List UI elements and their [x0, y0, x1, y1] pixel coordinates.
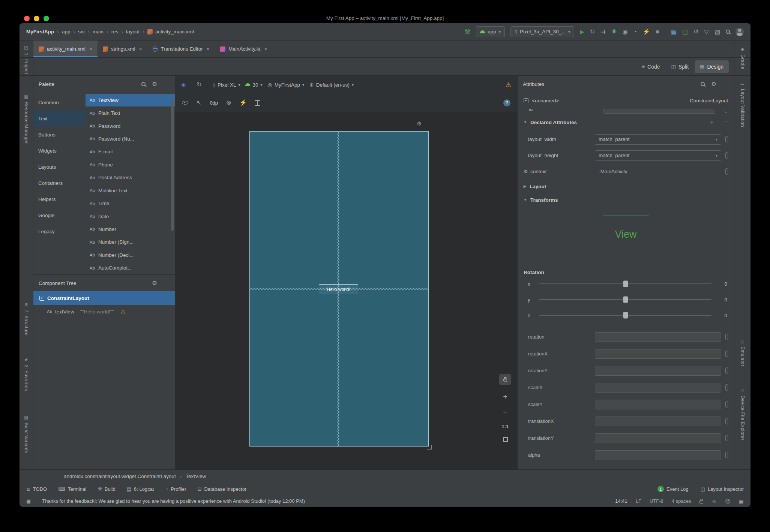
mode-split-button[interactable]: ◫ Split: [666, 60, 694, 73]
breadcrumb-app[interactable]: app: [62, 29, 71, 34]
palette-item[interactable]: AbPassword (Nu...: [86, 132, 175, 145]
layers-icon[interactable]: ◈: [181, 82, 186, 88]
breadcrumb-main[interactable]: main: [93, 29, 104, 34]
resource-picker-button[interactable]: [725, 351, 728, 357]
encoding-indicator[interactable]: UTF-8: [650, 498, 663, 504]
breadcrumb-textview[interactable]: TextView: [186, 474, 206, 479]
palette-scrollbar[interactable]: [171, 100, 174, 231]
breadcrumb-project[interactable]: MyFirstApp: [26, 29, 54, 34]
profiler-gauge-icon[interactable]: ◔: [633, 29, 637, 35]
breadcrumb-res[interactable]: res: [111, 29, 119, 34]
sidebar-item-emulator[interactable]: ▯ Emulator: [734, 339, 750, 366]
rotation-x-input[interactable]: [595, 349, 721, 359]
gradle-sync-icon[interactable]: ↺: [693, 29, 698, 35]
pointer-icon[interactable]: ↖: [197, 100, 201, 106]
add-attribute-button[interactable]: +: [710, 118, 714, 126]
palette-item[interactable]: AbNumber (Sign...: [86, 236, 175, 249]
scale-x-input[interactable]: [595, 383, 721, 393]
breadcrumb-file[interactable]: activity_main.xml: [155, 29, 194, 34]
api-version-picker[interactable]: 30 ▾: [245, 82, 262, 88]
canvas-resize-handle[interactable]: [427, 445, 432, 450]
memory-indicator-icon[interactable]: ▣: [739, 498, 744, 504]
canvas-wrench-icon[interactable]: ⚙: [417, 120, 422, 127]
clear-constraints-icon[interactable]: ⊗: [226, 100, 231, 106]
palette-item[interactable]: AbTime: [86, 197, 175, 210]
mode-code-button[interactable]: ≡ Code: [637, 60, 665, 73]
minimize-panel-icon[interactable]: —: [164, 81, 170, 87]
tab-activity-main[interactable]: activity_main.xml ×: [33, 40, 98, 57]
logcat-monitor-icon[interactable]: ◫: [682, 29, 688, 35]
minimize-panel-icon[interactable]: —: [723, 81, 729, 87]
alpha-input[interactable]: [595, 450, 721, 460]
gear-icon[interactable]: ⚙: [711, 81, 716, 87]
attribute-value[interactable]: .MainActivity: [595, 169, 721, 174]
toolwindow-layout-inspector[interactable]: ◫ Layout Inspector: [701, 486, 744, 492]
toolwindow-todo[interactable]: ≣ TODO: [26, 486, 47, 492]
resource-picker-button[interactable]: [725, 334, 728, 340]
zoom-in-button[interactable]: +: [503, 393, 507, 400]
help-icon[interactable]: ?: [503, 99, 510, 106]
attach-debugger-icon[interactable]: ◉: [623, 29, 628, 35]
search-everywhere-icon[interactable]: [726, 30, 730, 34]
toolwindow-logcat[interactable]: ▤ 6: Logcat: [127, 486, 154, 492]
close-icon[interactable]: ×: [139, 46, 142, 52]
resource-picker-button[interactable]: [725, 136, 728, 142]
mode-design-button[interactable]: ▦ Design: [695, 60, 729, 73]
line-separator-indicator[interactable]: LF: [636, 498, 641, 504]
pan-hand-button[interactable]: [499, 374, 511, 385]
id-input[interactable]: [603, 109, 715, 114]
palette-category-buttons[interactable]: Buttons: [33, 127, 86, 143]
palette-category-helpers[interactable]: Helpers: [33, 191, 86, 207]
minimize-panel-icon[interactable]: —: [164, 280, 170, 286]
profile-avatar[interactable]: [735, 28, 744, 36]
sidebar-item-resource-manager[interactable]: ▦ Resource Manager: [20, 94, 33, 144]
gear-icon[interactable]: ⚙: [152, 81, 157, 87]
lock-icon[interactable]: [699, 501, 703, 504]
search-icon[interactable]: [141, 82, 146, 86]
palette-category-legacy[interactable]: Legacy: [33, 223, 86, 240]
palette-item[interactable]: AbPassword: [86, 120, 175, 132]
sidebar-item-device-file-explorer[interactable]: ▱ Device File Explorer: [734, 388, 750, 441]
resource-picker-button[interactable]: [725, 452, 728, 458]
sidebar-item-gradle[interactable]: ◆ Gradle: [734, 46, 750, 69]
scale-y-input[interactable]: [595, 400, 721, 409]
search-icon[interactable]: [701, 82, 705, 86]
toolwindow-database-inspector[interactable]: ⊟ Database Inspector: [198, 486, 247, 492]
resource-picker-button[interactable]: [725, 418, 728, 424]
palette-item-textview[interactable]: AbTextView: [86, 94, 175, 106]
palette-item[interactable]: AbE-mail: [86, 145, 175, 158]
toolwindow-terminal[interactable]: ⌨ Terminal: [58, 486, 86, 492]
slider-thumb[interactable]: [623, 312, 628, 319]
layout-height-select[interactable]: match_parent ▾: [595, 150, 721, 161]
layout-canvas[interactable]: ⚙: [175, 112, 517, 469]
rotation-input[interactable]: [595, 332, 721, 342]
rotation-y-slider[interactable]: [539, 299, 711, 300]
toolwindow-build[interactable]: ⚒ Build: [98, 486, 116, 492]
run-button[interactable]: ▶: [580, 29, 584, 34]
apply-changes-icon[interactable]: ↻: [590, 29, 595, 35]
zoom-out-button[interactable]: −: [503, 408, 507, 416]
apply-code-changes-icon[interactable]: ⇉: [600, 29, 605, 35]
palette-item[interactable]: AbDate: [86, 210, 175, 223]
palette-category-widgets[interactable]: Widgets: [33, 143, 86, 159]
resource-picker-button[interactable]: [725, 384, 728, 391]
toolwindow-event-log[interactable]: 1 Event Log: [657, 486, 689, 492]
device-select[interactable]: ▯ Pixel_3a_API_30_... ▾: [510, 26, 575, 37]
tab-main-activity[interactable]: MainActivity.kt ×: [215, 40, 272, 57]
layout-width-select[interactable]: match_parent ▾: [595, 134, 721, 145]
tree-row-textview[interactable]: Ab textView ""Hello world!"" ⚠: [33, 305, 175, 318]
breadcrumb-layout[interactable]: layout: [126, 29, 140, 34]
run-configuration-select[interactable]: app ▾: [476, 26, 505, 37]
device-picker[interactable]: ▯ Pixel XL ▾: [213, 82, 240, 88]
tab-strings[interactable]: strings.xml ×: [98, 40, 147, 57]
warning-icon[interactable]: ⚠: [121, 309, 126, 315]
close-icon[interactable]: ×: [89, 46, 92, 52]
breadcrumb-constraintlayout[interactable]: androidx.constraintlayout.widget.Constra…: [64, 474, 176, 479]
sidebar-item-structure[interactable]: ≡ 7: Structure: [20, 302, 33, 336]
toolwindow-switcher-icon[interactable]: ▣: [26, 498, 31, 504]
slider-thumb[interactable]: [623, 297, 628, 303]
orientation-icon[interactable]: ↻: [197, 82, 201, 88]
locale-picker[interactable]: ⊕ Default (en-us) ▾: [309, 82, 354, 88]
resource-picker-button[interactable]: [725, 109, 727, 113]
textview-on-canvas[interactable]: Hello world!: [319, 284, 358, 294]
